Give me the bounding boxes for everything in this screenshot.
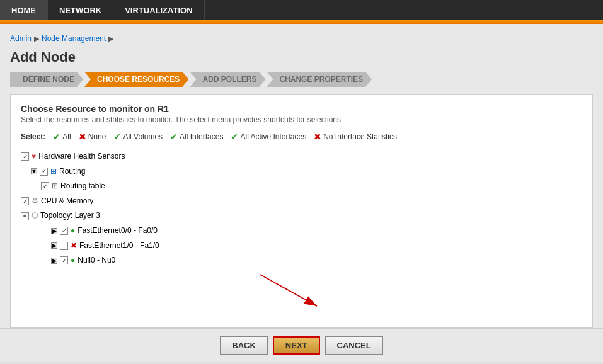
select-label: Select: [21, 132, 45, 141]
check-active-icon: ✔ [231, 132, 238, 142]
tree-item-cpu[interactable]: ⚙ CPU & Memory [21, 194, 582, 209]
wizard-steps: DEFINE NODE CHOOSE RESOURCES ADD POLLERS… [10, 72, 593, 87]
icon-topology: ⬡ [32, 209, 38, 223]
select-none[interactable]: ✖ None [79, 132, 106, 142]
step-add-pollers[interactable]: ADD POLLERS [190, 72, 265, 87]
select-no-interface-stats[interactable]: ✖ No Interface Statistics [314, 132, 397, 142]
cb-cpu[interactable] [21, 197, 29, 205]
cb-fa10[interactable] [60, 242, 68, 250]
icon-hw: ♥ [32, 150, 36, 164]
cb-routing-table[interactable] [41, 182, 49, 190]
select-interfaces-label: All Interfaces [180, 132, 223, 141]
label-topology: Topology: Layer 3 [40, 209, 100, 223]
icon-routing-table: ⊞ [52, 179, 58, 193]
check-none-icon: ✖ [79, 132, 86, 142]
expand-fa10[interactable]: ▶ [51, 242, 57, 249]
expand-fa00[interactable]: ▶ [51, 228, 57, 234]
panel-subtitle: Select the resources and statistics to m… [21, 115, 582, 124]
select-volumes-label: All Volumes [123, 132, 163, 141]
back-button[interactable]: BACK [220, 336, 268, 355]
panel-title: Choose Resource to monitor on R1 [21, 104, 582, 114]
check-interfaces-icon: ✔ [170, 132, 178, 142]
label-fa10: FastEthernet1/0 - Fa1/0 [79, 239, 159, 253]
expand-null0[interactable]: ▶ [51, 258, 57, 264]
tree-item-routing-table[interactable]: ⊞ Routing table [21, 179, 582, 194]
select-no-stats-label: No Interface Statistics [323, 132, 397, 141]
top-nav: HOME NETWORK VIRTUALIZATION [0, 0, 603, 20]
select-all[interactable]: ✔ All [53, 132, 71, 142]
icon-null0: ● [71, 254, 75, 268]
select-all-active-interfaces[interactable]: ✔ All Active Interfaces [231, 132, 306, 142]
next-button[interactable]: NEXT [273, 336, 320, 355]
button-row: BACK NEXT CANCEL [0, 328, 603, 362]
cb-null0[interactable] [60, 256, 68, 264]
cb-routing[interactable] [40, 168, 48, 176]
label-routing: Routing [59, 165, 85, 179]
breadcrumb-node-management[interactable]: Node Management [42, 34, 106, 43]
cb-fa00[interactable] [60, 227, 68, 235]
resource-tree: ♥ Hardware Health Sensors ▼ ⊞ Routing ⊞ … [21, 149, 582, 268]
label-cpu: CPU & Memory [41, 195, 93, 208]
tree-item-topology[interactable]: ⬡ Topology: Layer 3 [21, 208, 582, 224]
icon-fa00: ● [71, 224, 75, 238]
tree-item-fa00[interactable]: ▶ ● FastEthernet0/0 - Fa0/0 [21, 224, 582, 239]
cb-hw[interactable] [21, 152, 29, 161]
cb-topology[interactable] [21, 212, 29, 220]
main-panel: Choose Resource to monitor on R1 Select … [10, 94, 593, 328]
select-row: Select: ✔ All ✖ None ✔ All Volumes ✔ All… [21, 132, 582, 142]
tree-item-hw[interactable]: ♥ Hardware Health Sensors [21, 149, 582, 164]
expand-routing[interactable]: ▼ [31, 168, 37, 174]
icon-fa10: ✖ [71, 239, 77, 253]
tree-item-fa10[interactable]: ▶ ✖ FastEthernet1/0 - Fa1/0 [21, 239, 582, 254]
check-no-stats-icon: ✖ [314, 132, 321, 142]
tree-item-null0[interactable]: ▶ ● Null0 - Nu0 [21, 253, 582, 268]
label-null0: Null0 - Nu0 [78, 254, 115, 268]
icon-cpu: ⚙ [32, 195, 38, 208]
icon-routing: ⊞ [50, 165, 57, 179]
step-choose-resources[interactable]: CHOOSE RESOURCES [84, 72, 188, 87]
step-change-properties[interactable]: CHANGE PROPERTIES [267, 72, 372, 87]
arrow-area [21, 268, 582, 319]
select-all-interfaces[interactable]: ✔ All Interfaces [170, 132, 223, 142]
breadcrumb-admin[interactable]: Admin [10, 34, 32, 43]
select-all-label: All [62, 132, 71, 141]
select-active-label: All Active Interfaces [240, 132, 306, 141]
check-all-icon: ✔ [53, 132, 60, 142]
select-none-label: None [88, 132, 106, 141]
svg-line-1 [260, 275, 317, 306]
nav-network[interactable]: NETWORK [48, 0, 113, 20]
breadcrumb: Admin ▶ Node Management ▶ [10, 29, 593, 47]
check-volumes-icon: ✔ [113, 132, 121, 142]
tree-item-routing[interactable]: ▼ ⊞ Routing [21, 164, 582, 179]
cancel-button[interactable]: CANCEL [325, 336, 383, 355]
label-routing-table: Routing table [60, 179, 105, 193]
step-define-node[interactable]: DEFINE NODE [10, 72, 83, 87]
label-hw: Hardware Health Sensors [38, 150, 125, 164]
nav-home[interactable]: HOME [0, 0, 48, 20]
page-title: Add Node [10, 47, 593, 72]
nav-virtualization[interactable]: VIRTUALIZATION [113, 0, 204, 20]
select-all-volumes[interactable]: ✔ All Volumes [113, 132, 163, 142]
label-fa00: FastEthernet0/0 - Fa0/0 [78, 224, 158, 238]
